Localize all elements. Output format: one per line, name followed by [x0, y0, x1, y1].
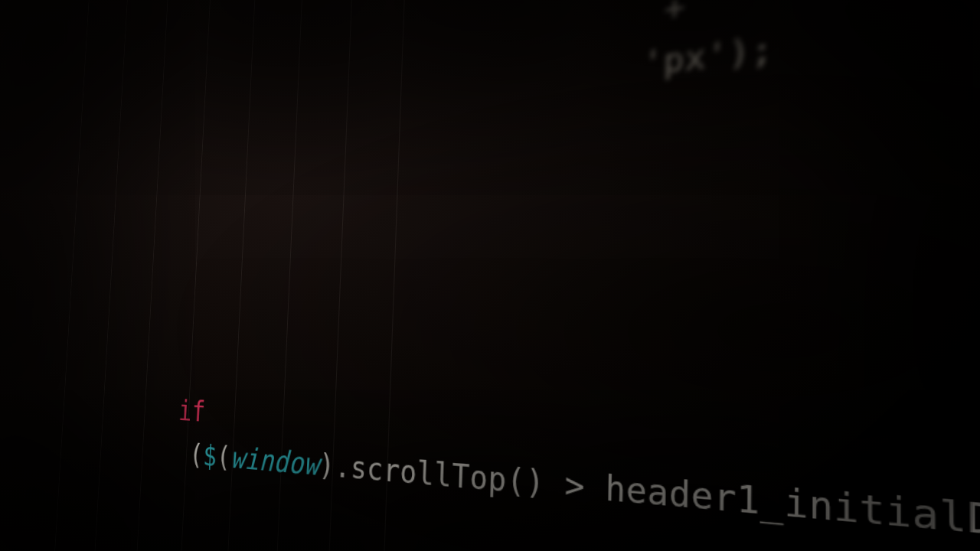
method-scrolltop: scrollTop	[350, 449, 507, 500]
fn-dollar: $	[202, 439, 217, 473]
code-token: 'px'	[642, 33, 729, 83]
keyword-if: if	[178, 393, 206, 428]
code-token: +	[643, 0, 707, 31]
obj-window: window	[230, 441, 320, 483]
editor-viewport: header0_initialPadding + 'px'); if ($(wi…	[0, 0, 980, 551]
code-block[interactable]: header0_initialPadding + 'px'); if ($(wi…	[0, 0, 980, 551]
code-line: if ($(window).scrollTop() > header1_init…	[57, 344, 980, 551]
code-line: header0_initialPadding + 'px');	[77, 0, 980, 186]
ident: header1_initialDistance	[605, 468, 980, 551]
